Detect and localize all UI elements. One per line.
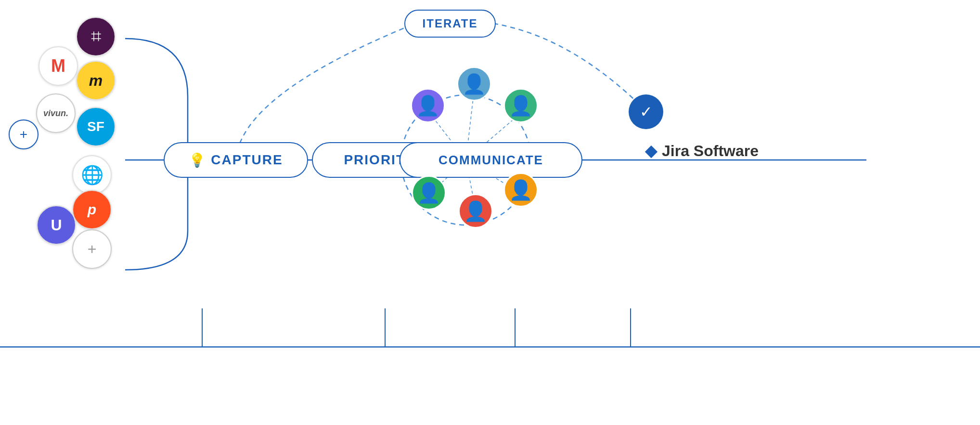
- capture-stage[interactable]: 💡 CAPTURE: [164, 142, 308, 178]
- communicate-label: COMMUNICATE: [438, 153, 543, 168]
- jira-check-icon[interactable]: ✓: [629, 94, 663, 129]
- avatar-2: 👤: [457, 66, 491, 101]
- miro-icon[interactable]: m: [76, 61, 116, 100]
- avatar-5: 👤: [458, 194, 493, 228]
- salesforce-icon[interactable]: SF: [76, 107, 116, 146]
- jira-diamond-icon: ◆: [645, 142, 657, 160]
- capture-label: CAPTURE: [211, 152, 283, 168]
- add-source-button[interactable]: +: [9, 120, 39, 149]
- gmail-icon[interactable]: M: [39, 46, 78, 86]
- chrome-icon[interactable]: 🌐: [72, 155, 112, 195]
- communicate-stage[interactable]: COMMUNICATE: [400, 142, 582, 178]
- add-more-button[interactable]: +: [72, 229, 112, 269]
- slack-icon[interactable]: ⌗: [76, 17, 116, 56]
- avatar-3: 👤: [503, 88, 538, 123]
- iterate-label: ITERATE: [423, 17, 478, 30]
- vivun-icon[interactable]: vivun.: [36, 93, 76, 133]
- pendo-icon[interactable]: p: [72, 190, 112, 229]
- iterate-stage[interactable]: ITERATE: [404, 10, 496, 38]
- jira-software-label[interactable]: ◆ Jira Software: [645, 142, 759, 160]
- userpilot-icon[interactable]: U: [37, 205, 76, 245]
- capture-icon: 💡: [189, 152, 206, 168]
- jira-text: Jira Software: [662, 142, 759, 160]
- main-diagram: ⌗ M m vivun. SF + 🌐 p U + 💡 CAPTURE PRIO…: [0, 0, 980, 425]
- avatar-1: 👤: [411, 88, 445, 123]
- avatar-6: 👤: [503, 173, 538, 207]
- vivun-label: vivun.: [43, 108, 68, 119]
- avatar-4: 👤: [412, 175, 446, 210]
